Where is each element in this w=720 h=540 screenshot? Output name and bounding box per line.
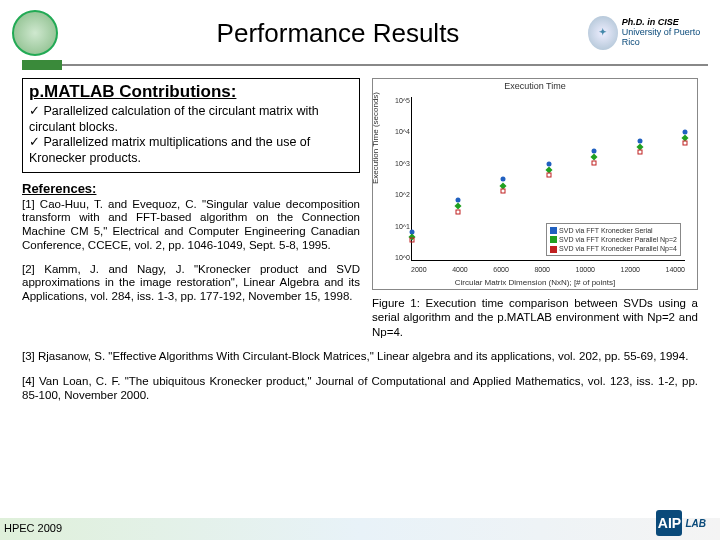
check-icon: ✓ (29, 104, 43, 118)
globe-icon: ✦ (588, 16, 618, 50)
chart-legend: SVD via FFT Kronecker SerialSVD via FFT … (546, 223, 681, 256)
reference-2: [2] Kamm, J. and Nagy, J. "Kronecker pro… (22, 263, 360, 304)
slide-header: Performance Results ✦ Ph.D. in CISE Univ… (0, 0, 720, 58)
reference-4: [4] Van Loan, C. F. "The ubiquitous Kron… (0, 374, 720, 403)
reference-1: [1] Cao-Huu, T. and Evequoz, C. "Singula… (22, 198, 360, 253)
divider-bar (0, 60, 720, 70)
conference-footer: HPEC 2009 (4, 522, 62, 534)
aip-lab-word: LAB (685, 518, 706, 529)
chart-point (501, 189, 506, 194)
contrib-item-1: Parallelized calculation of the circulan… (29, 104, 319, 134)
chart-point (592, 160, 597, 165)
chart-xlabel: Circular Matrix Dimension (NxN); [# of p… (373, 278, 697, 287)
phd-line2: University of Puerto Rico (622, 28, 708, 48)
contributions-heading: p.MATLAB Contributions: (29, 82, 353, 102)
green-accent (22, 60, 62, 70)
references-heading: References: (22, 181, 360, 196)
chart-title: Execution Time (373, 81, 697, 91)
chart-point (455, 209, 460, 214)
reference-3: [3] Rjasanow, S. "Effective Algorithms W… (0, 349, 720, 363)
chart-yticks: 10^5 10^4 10^3 10^2 10^1 10^0 (395, 97, 409, 261)
contributions-list: ✓ Parallelized calculation of the circul… (29, 104, 353, 167)
execution-time-chart: Execution Time Execution Time (seconds) … (372, 78, 698, 290)
chart-point (501, 177, 506, 182)
contrib-item-2: Parallelized matrix multiplications and … (29, 135, 310, 165)
slide-title: Performance Results (58, 18, 588, 49)
figure-caption: Figure 1: Execution time comparison betw… (372, 296, 698, 339)
chart-point (410, 238, 415, 243)
contributions-box: p.MATLAB Contributions: ✓ Parallelized c… (22, 78, 360, 173)
chart-ylabel: Execution Time (seconds) (371, 92, 380, 184)
chart-plot-area: SVD via FFT Kronecker SerialSVD via FFT … (411, 97, 685, 261)
footer-gradient (0, 518, 720, 540)
chart-point (683, 141, 688, 146)
chart-xticks: 2000 4000 6000 8000 10000 12000 14000 (411, 266, 685, 273)
aip-logo-icon: AIP (656, 510, 682, 536)
phd-cise-logo: ✦ Ph.D. in CISE University of Puerto Ric… (588, 13, 708, 53)
grey-line (62, 64, 708, 66)
chart-point (637, 150, 642, 155)
chart-point (546, 173, 551, 178)
aip-lab-logo: AIP LAB (656, 510, 706, 536)
check-icon: ✓ (29, 135, 43, 149)
upr-seal-icon (12, 10, 58, 56)
